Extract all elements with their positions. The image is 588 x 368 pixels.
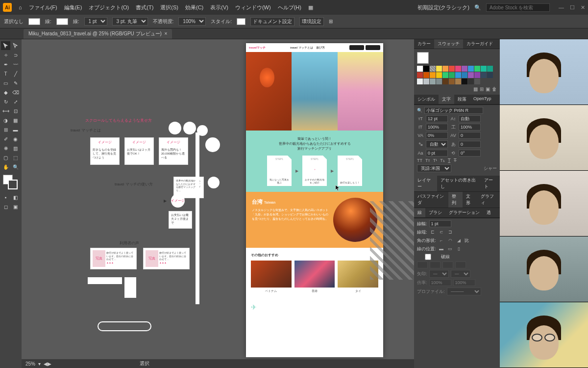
align-outside-icon[interactable]: ▯ [456, 245, 463, 252]
perspective-tool-icon[interactable]: ▦ [11, 116, 20, 125]
stroke-swatch[interactable] [56, 18, 68, 25]
eyedropper-tool-icon[interactable]: ✐ [1, 134, 10, 143]
workspace-preset[interactable]: 初期設定(クラシック) [417, 4, 469, 11]
style-swatch[interactable] [237, 18, 245, 25]
brush-select[interactable]: 3 pt. 丸筆 [112, 17, 148, 26]
menu-select[interactable]: 選択(S) [160, 4, 178, 11]
menu-effect[interactable]: 効果(C) [185, 4, 203, 11]
artboard-tool-icon[interactable]: ▢ [1, 153, 10, 162]
screen-mode-icon[interactable]: ▣ [11, 202, 20, 211]
dashed-checkbox[interactable] [417, 254, 439, 260]
participant-video[interactable] [500, 171, 588, 237]
tab-brushes[interactable]: ブラシ [425, 208, 445, 217]
shaper-tool-icon[interactable]: ◆ [1, 88, 10, 97]
swatch-new-icon[interactable]: ▣ [486, 86, 490, 92]
profile-select[interactable]: ——— [447, 288, 481, 295]
rectangle-tool-icon[interactable]: ▭ [1, 79, 10, 87]
tab-transform[interactable]: 文形 [463, 192, 477, 208]
swatch-delete-icon[interactable]: 🗑 [492, 86, 497, 92]
graph-tool-icon[interactable]: ▥ [11, 144, 20, 153]
menu-window[interactable]: ウィンドウ(W) [235, 4, 271, 11]
tab-layers[interactable]: レイヤー [414, 176, 437, 191]
zoom-tool-icon[interactable]: 🔍 [11, 162, 20, 171]
tab-symbol[interactable]: シンボル [414, 95, 439, 104]
corner-miter-icon[interactable]: ⌐ [438, 237, 445, 244]
tab-opentype[interactable]: OpenTyp [470, 95, 495, 104]
tab-stroke[interactable]: 線 [414, 208, 425, 217]
aki-input[interactable] [459, 141, 481, 148]
arrow-start-select[interactable]: — [429, 270, 449, 278]
window-minimize-icon[interactable]: — [559, 4, 564, 11]
char-rotation-input[interactable] [459, 150, 481, 157]
font-family-input[interactable] [424, 107, 483, 114]
draw-mode-icon[interactable]: ◻ [1, 202, 10, 211]
shape-builder-tool-icon[interactable]: ◑ [1, 116, 10, 125]
participant-video[interactable] [500, 302, 588, 368]
symbol-tool-icon[interactable]: ❋ [1, 144, 10, 153]
tab-asset-export[interactable]: アセットの書き出し [437, 176, 481, 191]
menu-home-icon[interactable]: ⌂ [19, 4, 22, 10]
subscript-icon[interactable]: T₁ [440, 158, 445, 163]
preferences-button[interactable]: 環境設定 [299, 17, 324, 26]
menu-edit[interactable]: 編集(E) [64, 4, 82, 11]
swatches-panel[interactable]: ▦ ⊞ ▣ 🗑 [414, 49, 500, 95]
direct-selection-tool-icon[interactable] [11, 41, 20, 50]
tab-graphic-styles[interactable]: グラフィ [477, 192, 500, 208]
scale-tool-icon[interactable]: ⤢ [11, 97, 20, 106]
nav-prev-icon[interactable]: ◀ [44, 361, 48, 367]
participant-video[interactable] [500, 39, 588, 105]
cap-butt-icon[interactable]: ⊏ [429, 229, 436, 236]
stroke-weight-select[interactable]: 1 pt [84, 17, 107, 26]
tab-gradient[interactable]: グラデーション [445, 208, 483, 217]
menu-extra-icon[interactable]: ▦ [308, 4, 313, 11]
tab-transparency[interactable]: 透 [483, 208, 494, 217]
tracking-input[interactable] [459, 132, 481, 139]
hand-tool-icon[interactable]: ✋ [1, 162, 10, 171]
align-inside-icon[interactable]: ▭ [447, 245, 454, 252]
pen-tool-icon[interactable]: ✒ [1, 60, 10, 69]
lasso-tool-icon[interactable]: ⊃ [11, 51, 20, 59]
canvas[interactable]: スクロールしてもらえるような見せ方 travel マッチとは イメージ 好きなも… [22, 39, 414, 368]
cap-square-icon[interactable]: ⊐ [447, 229, 454, 236]
stroke-weight-input[interactable] [429, 220, 451, 227]
selection-tool-icon[interactable] [1, 41, 10, 50]
document-tab[interactable]: Miku_Harada_0813_travel.ai @ 25% (RGB/GP… [24, 29, 172, 39]
kinsoku-select[interactable]: 自動 [426, 140, 448, 148]
blend-tool-icon[interactable]: ◉ [11, 134, 20, 143]
font-size-input[interactable] [426, 115, 448, 122]
tab-paragraph[interactable]: 段落 [454, 95, 470, 104]
menu-file[interactable]: ファイル(F) [29, 4, 57, 11]
free-transform-tool-icon[interactable]: ⊡ [11, 106, 20, 115]
eraser-tool-icon[interactable]: ⌫ [11, 88, 20, 97]
tab-color-guide[interactable]: カラーガイド [463, 39, 496, 49]
opacity-select[interactable]: 100% [178, 17, 206, 26]
arrow-end-select[interactable]: — [451, 270, 470, 278]
participant-video[interactable] [500, 237, 588, 302]
corner-bevel-icon[interactable]: ◢ [456, 237, 463, 244]
nav-next-icon[interactable]: ▶ [48, 361, 51, 367]
gradient-mode-icon[interactable]: ◧ [11, 193, 20, 202]
width-tool-icon[interactable]: ⟷ [1, 106, 10, 115]
kerning-input[interactable] [426, 132, 448, 139]
small-caps-icon[interactable]: Tт [425, 158, 430, 163]
menu-type[interactable]: 書式(T) [136, 4, 153, 11]
all-caps-icon[interactable]: TT [417, 158, 422, 163]
align-icon[interactable]: ⊞ [329, 19, 333, 24]
corner-round-icon[interactable]: ◠ [447, 237, 454, 244]
swatch-lib-icon[interactable]: ▦ [473, 86, 478, 92]
zoom-level[interactable]: 25% [25, 361, 35, 367]
stock-search-input[interactable] [486, 3, 550, 12]
menu-help[interactable]: ヘルプ(H) [278, 4, 301, 11]
tab-pathfinder[interactable]: パスファインダ [414, 192, 448, 208]
magic-wand-tool-icon[interactable]: ✧ [1, 51, 10, 59]
swatch-menu-icon[interactable]: ⊞ [480, 86, 484, 92]
fill-swatch[interactable] [28, 18, 40, 25]
language-select[interactable]: 英語:米国 [417, 164, 451, 172]
align-center-icon[interactable]: ▬ [438, 245, 445, 252]
document-setup-button[interactable]: ドキュメント設定 [250, 17, 294, 26]
menu-view[interactable]: 表示(V) [210, 4, 228, 11]
fill-stroke-indicator[interactable] [3, 175, 18, 189]
tab-artboards[interactable]: アート [481, 176, 500, 191]
line-tool-icon[interactable]: ╱ [11, 69, 20, 78]
participant-video[interactable] [500, 105, 588, 171]
